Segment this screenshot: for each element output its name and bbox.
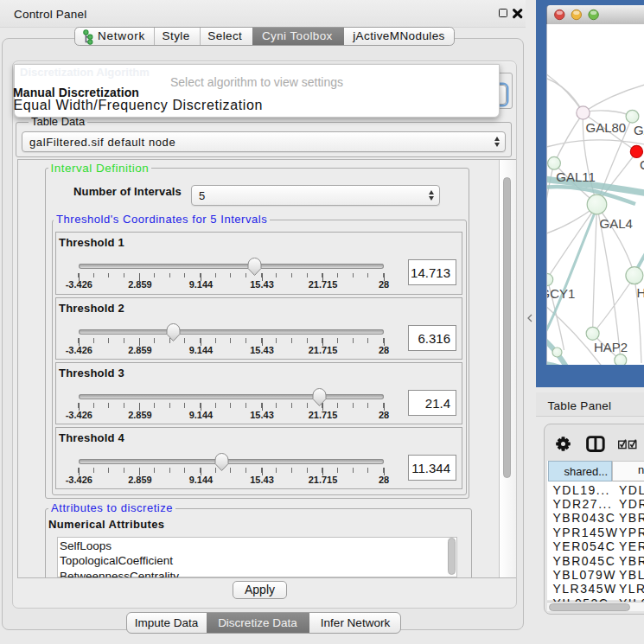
svg-text:GCY1: GCY1 bbox=[547, 286, 575, 301]
svg-text:GAL11: GAL11 bbox=[556, 169, 596, 184]
svg-text:HAP2: HAP2 bbox=[593, 340, 627, 354]
svg-text:HI: HI bbox=[636, 285, 644, 300]
svg-text:C: C bbox=[640, 157, 644, 172]
svg-text:GA: GA bbox=[634, 123, 644, 137]
svg-text:GAL80: GAL80 bbox=[585, 120, 626, 135]
svg-text:GAL4: GAL4 bbox=[599, 216, 632, 231]
